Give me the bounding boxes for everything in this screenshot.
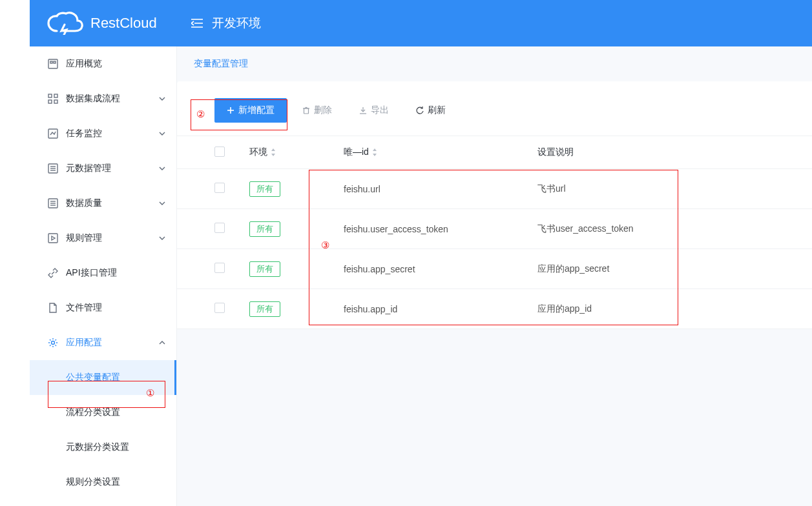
cell-id: feishu.app_id xyxy=(344,304,537,314)
sidebar-item-label: 数据质量 xyxy=(66,197,158,209)
svg-rect-5 xyxy=(54,61,56,63)
sidebar-item-label: 数据集成流程 xyxy=(66,93,158,105)
sidebar: 应用概览 数据集成流程 任务监控 元数据管理 数据质量 规则管理 xyxy=(30,46,177,506)
sidebar-item-label: 文件管理 xyxy=(66,302,166,314)
sidebar-item-label: 元数据管理 xyxy=(66,163,158,174)
sidebar-sub-label: 公共变量配置 xyxy=(66,372,120,383)
env-tag: 所有 xyxy=(249,261,280,277)
row-checkbox[interactable] xyxy=(214,303,225,313)
sidebar-item-monitor[interactable]: 任务监控 xyxy=(30,116,176,151)
cell-desc: 飞书url xyxy=(537,183,812,195)
table-row[interactable]: 所有 feishu.app_secret 应用的app_secret xyxy=(177,249,812,289)
sidebar-sub-public-var[interactable]: 公共变量配置 xyxy=(30,360,176,395)
sidebar-item-config[interactable]: 应用配置 xyxy=(30,325,176,360)
chevron-down-icon xyxy=(158,95,166,103)
svg-rect-8 xyxy=(48,100,52,103)
link-icon xyxy=(48,268,58,278)
sidebar-item-label: 应用概览 xyxy=(66,58,166,70)
breadcrumb: 变量配置管理 xyxy=(177,46,812,81)
col-desc: 设置说明 xyxy=(537,147,812,158)
env-tag: 所有 xyxy=(249,221,280,237)
brand-text: RestCloud xyxy=(90,15,157,32)
toolbar: 新增配置 删除 导出 刷新 xyxy=(177,81,812,136)
cell-desc: 飞书user_access_token xyxy=(537,223,812,235)
sidebar-sub-label: 流程分类设置 xyxy=(66,407,120,418)
chevron-down-icon xyxy=(158,199,166,207)
delete-button[interactable]: 删除 xyxy=(291,98,344,123)
sidebar-sub-rule-cat[interactable]: 规则分类设置 xyxy=(30,465,176,500)
svg-rect-3 xyxy=(48,59,57,68)
row-checkbox[interactable] xyxy=(214,223,225,233)
app-header: RestCloud 开发环境 xyxy=(30,0,812,46)
sort-icon xyxy=(270,148,276,156)
svg-marker-29 xyxy=(271,154,275,156)
svg-marker-31 xyxy=(373,154,377,156)
sidebar-sub-flow-cat[interactable]: 流程分类设置 xyxy=(30,395,176,430)
select-all-checkbox[interactable] xyxy=(214,147,225,157)
sidebar-sub-label: 规则分类设置 xyxy=(66,476,120,488)
svg-marker-20 xyxy=(52,236,55,240)
export-button-label: 导出 xyxy=(371,105,389,116)
chevron-down-icon xyxy=(158,234,166,242)
export-button[interactable]: 导出 xyxy=(348,98,401,123)
svg-rect-19 xyxy=(48,234,57,243)
add-button[interactable]: 新增配置 xyxy=(214,98,287,123)
table-row[interactable]: 所有 feishu.url 飞书url xyxy=(177,169,812,209)
card: 新增配置 删除 导出 刷新 环境 xyxy=(177,81,812,329)
cell-desc: 应用的app_secret xyxy=(537,263,812,275)
monitor-icon xyxy=(48,128,58,139)
env-label: 开发环境 xyxy=(212,15,261,32)
sidebar-item-label: 任务监控 xyxy=(66,128,158,139)
overview-icon xyxy=(48,59,58,69)
plus-icon xyxy=(227,106,234,114)
chevron-down-icon xyxy=(158,165,166,172)
sidebar-item-label: 规则管理 xyxy=(66,232,158,244)
svg-rect-7 xyxy=(54,94,57,97)
svg-rect-10 xyxy=(48,129,57,138)
cloud-icon xyxy=(45,12,84,35)
table-row[interactable]: 所有 feishu.app_id 应用的app_id xyxy=(177,289,812,329)
cell-desc: 应用的app_id xyxy=(537,303,812,315)
list-icon xyxy=(48,163,58,174)
cell-id: feishu.url xyxy=(344,184,537,194)
svg-rect-24 xyxy=(304,108,309,114)
grid-icon xyxy=(48,94,58,104)
sidebar-item-label: 应用配置 xyxy=(66,337,158,349)
sidebar-item-rules[interactable]: 规则管理 xyxy=(30,221,176,256)
svg-rect-9 xyxy=(54,100,57,103)
brand-logo[interactable]: RestCloud xyxy=(30,12,177,35)
sidebar-item-api[interactable]: API接口管理 xyxy=(30,256,176,290)
svg-rect-4 xyxy=(50,61,52,63)
cell-id: feishu.user_access_token xyxy=(344,224,537,234)
menu-collapse-icon xyxy=(191,19,203,28)
data-table: 环境 唯—id 设置说明 所有 feishu.url 飞书url xyxy=(177,136,812,329)
cell-id: feishu.app_secret xyxy=(344,264,537,274)
file-icon xyxy=(48,303,58,313)
col-env[interactable]: 环境 xyxy=(249,147,344,158)
list-icon xyxy=(48,198,58,208)
svg-marker-30 xyxy=(373,148,377,151)
chevron-up-icon xyxy=(158,339,166,347)
svg-marker-28 xyxy=(271,148,275,151)
col-id[interactable]: 唯—id xyxy=(344,147,537,158)
row-checkbox[interactable] xyxy=(214,183,225,193)
trash-icon xyxy=(302,106,310,114)
sidebar-sub-meta-cat[interactable]: 元数据分类设置 xyxy=(30,430,176,465)
refresh-button[interactable]: 刷新 xyxy=(404,98,457,123)
sidebar-item-overview[interactable]: 应用概览 xyxy=(30,46,176,81)
table-row[interactable]: 所有 feishu.user_access_token 飞书user_acces… xyxy=(177,209,812,249)
sidebar-item-integration[interactable]: 数据集成流程 xyxy=(30,81,176,116)
env-selector[interactable]: 开发环境 xyxy=(177,15,261,32)
refresh-button-label: 刷新 xyxy=(428,105,446,116)
row-checkbox[interactable] xyxy=(214,263,225,273)
env-tag: 所有 xyxy=(249,301,280,317)
svg-rect-6 xyxy=(48,94,52,97)
gear-icon xyxy=(48,338,58,348)
sidebar-sub-label: 元数据分类设置 xyxy=(66,441,129,453)
sidebar-item-label: API接口管理 xyxy=(66,267,166,279)
sidebar-item-metadata[interactable]: 元数据管理 xyxy=(30,151,176,186)
sidebar-item-quality[interactable]: 数据质量 xyxy=(30,186,176,221)
chevron-down-icon xyxy=(158,130,166,137)
sidebar-item-files[interactable]: 文件管理 xyxy=(30,290,176,325)
breadcrumb-link[interactable]: 变量配置管理 xyxy=(194,58,248,68)
